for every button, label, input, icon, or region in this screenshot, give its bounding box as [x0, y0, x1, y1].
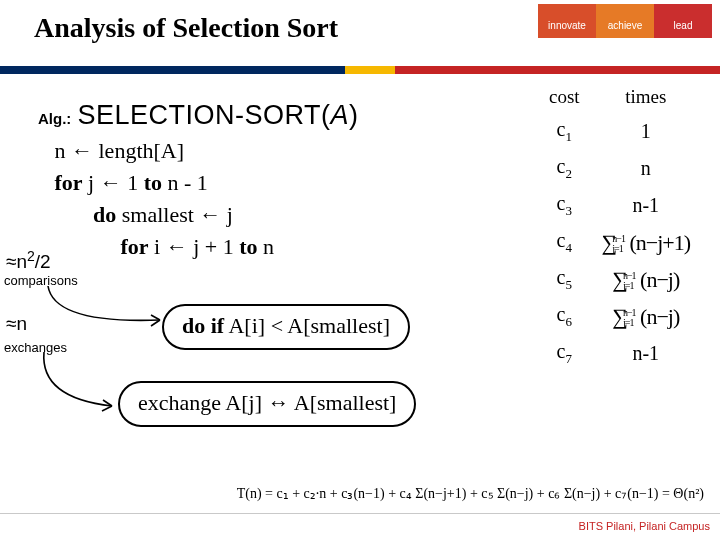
alg-arg: A [331, 100, 350, 130]
arrow-exchanges-icon [34, 348, 124, 418]
table-row: c2n [539, 151, 700, 186]
times-cell: n-1 [592, 188, 700, 223]
col-times: times [592, 82, 700, 112]
alg-line-4: for i ← j + 1 to n [38, 231, 520, 263]
logo-word-1: innovate [538, 4, 596, 38]
table-row: c11 [539, 114, 700, 149]
table-row: c7n-1 [539, 336, 700, 371]
note-exchanges: ≈n [6, 313, 27, 335]
times-cell: ∑n−1j=1 (n−j+1) [592, 225, 700, 260]
alg-line-1: n ← length[A] [38, 135, 520, 167]
table-row: c4∑n−1j=1 (n−j+1) [539, 225, 700, 260]
table-row: c6∑n−1j=1 (n−j) [539, 299, 700, 334]
cost-cell: c4 [539, 225, 590, 260]
cost-cell: c1 [539, 114, 590, 149]
cost-cell: c7 [539, 336, 590, 371]
cost-times-table: costtimes c11c2nc3n-1c4∑n−1j=1 (n−j+1)c5… [537, 80, 702, 373]
alg-line-7: exchange A[j] ↔ A[smallest] [118, 381, 416, 427]
alg-line-2: for j ← 1 to n - 1 [38, 167, 520, 199]
cost-cell: c6 [539, 299, 590, 334]
col-cost: cost [539, 82, 590, 112]
times-cell: ∑n−1j=1 (n−j) [592, 262, 700, 297]
credit-line: BITS Pilani, Pilani Campus [579, 520, 710, 532]
times-cell: n [592, 151, 700, 186]
tn-expression: T(n) = c₁ + c₂·n + c₃(n−1) + c₄ Σ(n−j+1)… [237, 485, 704, 502]
cost-cell: c5 [539, 262, 590, 297]
alg-label: Alg.: [38, 110, 71, 127]
table-row: c5∑n−1j=1 (n−j) [539, 262, 700, 297]
note-comparisons: ≈n2/2 [6, 248, 51, 273]
cost-cell: c2 [539, 151, 590, 186]
logo-word-3: lead [654, 4, 712, 38]
logo-word-2: achieve [596, 4, 654, 38]
times-cell: 1 [592, 114, 700, 149]
times-cell: n-1 [592, 336, 700, 371]
alg-line-3: do smallest ← j [38, 199, 520, 231]
table-row: c3n-1 [539, 188, 700, 223]
footer-divider [0, 513, 720, 514]
brand-logo: innovateachievelead [522, 4, 712, 62]
title-underline [0, 66, 720, 74]
algorithm-header: Alg.: SELECTION-SORT(A) [38, 96, 520, 135]
cost-cell: c3 [539, 188, 590, 223]
page-title: Analysis of Selection Sort [34, 12, 338, 44]
arrow-comparisons-icon [40, 280, 170, 340]
alg-name: SELECTION-SORT [77, 100, 321, 130]
alg-line-5: do if A[i] < A[smallest] [162, 304, 410, 350]
times-cell: ∑n−1j=1 (n−j) [592, 299, 700, 334]
